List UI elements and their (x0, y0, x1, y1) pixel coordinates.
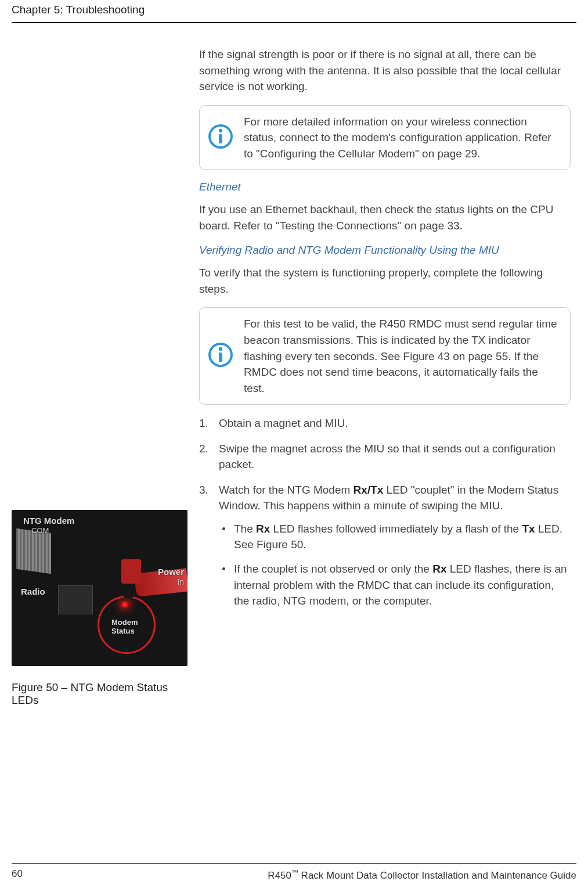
step-1: Obtain a magnet and MIU. (199, 415, 571, 431)
label-modem: Modem (111, 618, 138, 627)
page-number: 60 (12, 868, 23, 882)
chapter-title: Chapter 5: Troubleshooting (12, 3, 576, 16)
figure-50-caption: Figure 50 – NTG Modem Status LEDs (12, 681, 187, 707)
step-2: Swipe the magnet across the MIU so that … (199, 441, 571, 473)
svg-rect-3 (219, 134, 222, 143)
step-3-b1-mid: LED flashes followed immediately by a fl… (270, 523, 522, 535)
info-note-1: For more detailed information on your wi… (199, 105, 571, 171)
step-3-b1-rx: Rx (256, 523, 270, 535)
ribbon-cable (16, 528, 51, 574)
step-3-bullet-2: If the couplet is not observed or only t… (219, 561, 571, 609)
step-3-bullet-1: The Rx LED flashes followed immediately … (219, 521, 571, 553)
label-radio: Radio (21, 587, 45, 596)
figure-caption-pre: Figure 50 – (12, 681, 70, 693)
label-status: Status (111, 627, 135, 635)
label-ntg-modem: NTG Modem (23, 516, 74, 526)
verify-paragraph: To verify that the system is functioning… (199, 265, 571, 297)
doc-title: R450™ Rack Mount Data Collector Installa… (268, 868, 576, 882)
ethernet-paragraph: If you use an Ethernet backhaul, then ch… (199, 202, 571, 233)
step-3-b2-rx: Rx (432, 563, 446, 575)
label-power: Power (158, 567, 184, 577)
step-3-pre: Watch for the NTG Modem (219, 484, 353, 496)
trademark-symbol: ™ (291, 868, 298, 876)
info-icon (207, 123, 235, 153)
intro-paragraph: If the signal strength is poor or if the… (199, 46, 571, 95)
svg-rect-7 (219, 353, 222, 362)
svg-point-2 (219, 129, 222, 132)
doc-title-post: Rack Mount Data Collector Installation a… (298, 870, 576, 881)
step-3: Watch for the NTG Modem Rx/Tx LED "coupl… (199, 482, 571, 609)
info-icon (207, 341, 235, 371)
info-note-2: For this test to be valid, the R450 RMDC… (199, 307, 571, 405)
radio-jack (58, 585, 93, 614)
page-footer: 60 R450™ Rack Mount Data Collector Insta… (12, 863, 576, 882)
figure-50-image: NTG Modem COM Power In Radio Modem Statu… (12, 510, 187, 666)
power-jack (121, 559, 141, 584)
figure-50: NTG Modem COM Power In Radio Modem Statu… (12, 510, 187, 707)
doc-title-pre: R450 (268, 870, 291, 881)
step-3-rxtx: Rx/Tx (353, 484, 384, 496)
info-note-2-text: For this test to be valid, the R450 RMDC… (244, 316, 562, 396)
info-note-1-text: For more detailed information on your wi… (244, 114, 562, 162)
ethernet-heading: Ethernet (199, 181, 571, 193)
label-in: In (177, 577, 184, 587)
label-com: COM (31, 526, 49, 535)
verify-heading: Verifying Radio and NTG Modem Functional… (199, 244, 571, 257)
step-3-b1-tx: Tx (522, 523, 535, 535)
step-3-b1-pre: The (234, 523, 256, 535)
svg-point-6 (219, 347, 222, 351)
step-3-b2-pre: If the couplet is not observed or only t… (234, 563, 432, 575)
